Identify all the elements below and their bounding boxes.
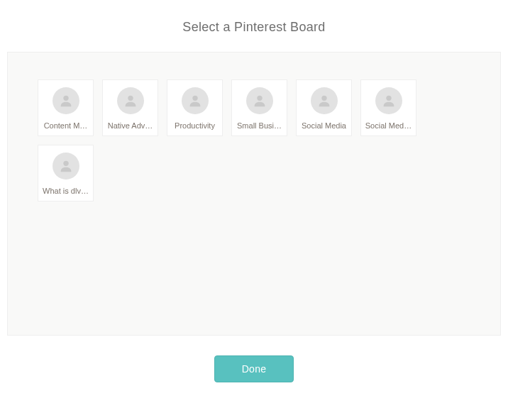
svg-point-4 <box>321 96 326 101</box>
boards-grid: Content M… Native Adv… Productivity Smal… <box>38 79 470 201</box>
svg-point-5 <box>386 96 391 101</box>
board-label: Small Busi… <box>235 121 284 131</box>
svg-point-6 <box>63 161 68 166</box>
board-label: What is dlv… <box>41 187 90 196</box>
page-title: Select a Pinterest Board <box>0 0 508 52</box>
person-icon <box>53 153 79 179</box>
board-card-productivity[interactable]: Productivity <box>167 79 223 136</box>
board-card-small-business[interactable]: Small Busi… <box>231 79 287 136</box>
person-icon <box>246 87 273 114</box>
person-icon <box>375 87 402 114</box>
boards-panel: Content M… Native Adv… Productivity Smal… <box>7 52 501 336</box>
svg-point-3 <box>257 96 262 101</box>
board-card-social-media[interactable]: Social Media <box>296 79 352 136</box>
board-card-what-is-dlv[interactable]: What is dlv… <box>38 145 94 201</box>
board-label: Native Adv… <box>106 121 155 131</box>
svg-point-1 <box>128 96 133 101</box>
board-card-native-advertising[interactable]: Native Adv… <box>102 79 158 136</box>
footer: Done <box>0 336 508 382</box>
board-card-content-marketing[interactable]: Content M… <box>38 79 94 136</box>
board-card-social-media-2[interactable]: Social Med… <box>360 79 416 136</box>
person-icon <box>117 87 144 114</box>
svg-point-2 <box>192 96 197 101</box>
person-icon <box>53 87 79 114</box>
done-button[interactable]: Done <box>214 355 294 382</box>
svg-point-0 <box>63 96 68 101</box>
board-label: Content M… <box>41 121 90 131</box>
board-label: Social Media <box>299 121 348 131</box>
person-icon <box>182 87 209 114</box>
board-label: Productivity <box>170 121 219 131</box>
board-label: Social Med… <box>364 121 413 131</box>
person-icon <box>311 87 338 114</box>
